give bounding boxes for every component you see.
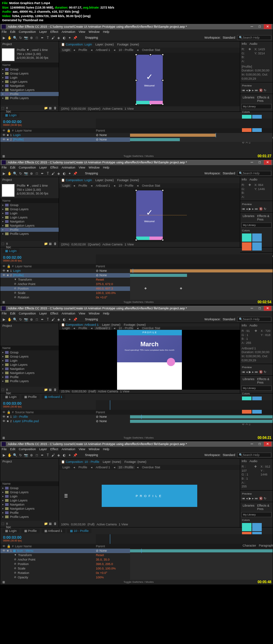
pen-tool-icon[interactable]: ✒ [40, 317, 45, 322]
clone-tool-icon[interactable]: ◈ [56, 317, 61, 322]
eraser-tool-icon[interactable]: ◐ [62, 171, 67, 176]
name-column-header[interactable]: Name [0, 198, 59, 203]
breadcrumb-item[interactable]: Overdue Stat [141, 326, 161, 330]
menu-file[interactable]: File [2, 447, 7, 451]
rotate-tool-icon[interactable]: ↻ [18, 317, 23, 322]
zoom-dropdown[interactable]: 23.5% [61, 390, 70, 393]
menu-help[interactable]: Help [103, 166, 110, 169]
breadcrumb-item[interactable]: Artboard 1 [95, 466, 112, 469]
selection-tool-icon[interactable]: ▶ [2, 171, 6, 176]
comp-tab-active[interactable]: 📋 Composition: Login [61, 178, 92, 182]
prop-row[interactable]: ⊘ Opacity100% [0, 575, 273, 580]
project-tab[interactable]: Project [0, 459, 59, 464]
prop-row-selected[interactable]: ⊘ Position460.0, 607.3◆◆ [0, 286, 273, 291]
view-dropdown[interactable]: 1 View [125, 243, 134, 246]
menu-view[interactable]: View [78, 447, 85, 451]
tree-item[interactable]: Group [0, 203, 59, 207]
canvas-login[interactable]: ✓ Welcome! [136, 190, 163, 240]
menu-view[interactable]: View [78, 312, 85, 315]
menu-animation[interactable]: Animation [61, 166, 75, 169]
composition-viewer[interactable]: ☰ PROFILE [59, 470, 240, 522]
prev-frame-icon[interactable]: ◂ [246, 370, 248, 374]
tree-item[interactable]: Profile Layers [0, 96, 59, 100]
shape-tool-icon[interactable]: □ [34, 171, 39, 176]
close-button[interactable]: ✕ [264, 24, 271, 29]
menu-effect[interactable]: Effect [51, 166, 58, 169]
workspace-dropdown[interactable]: Standard [222, 453, 235, 457]
timeline-tab[interactable]: ▦ Profile [21, 528, 40, 533]
prev-frame-icon[interactable]: ◂ [246, 207, 248, 211]
tree-item[interactable]: Group Layers [0, 207, 59, 211]
quality-dropdown[interactable]: (Quarter) [88, 243, 101, 246]
zoom-tool-icon[interactable]: 🔍 [13, 35, 17, 40]
toggle-switches[interactable]: Toggle Switches / Modes [124, 436, 154, 439]
breadcrumb-item[interactable]: Login [61, 466, 71, 469]
clone-tool-icon[interactable]: ◈ [56, 453, 61, 457]
brush-tool-icon[interactable]: 🖌 [51, 171, 56, 176]
hand-tool-icon[interactable]: ✋ [7, 317, 12, 322]
maximize-button[interactable]: □ [256, 442, 263, 446]
menu-window[interactable]: Window [89, 166, 100, 169]
prop-row[interactable]: ⊘ Anchor Point375.0, 672.0 [0, 282, 273, 286]
first-frame-icon[interactable]: ⏮ [242, 497, 245, 500]
pan-behind-tool-icon[interactable]: ⊕ [29, 317, 34, 322]
camera-dropdown[interactable]: Active Camera [98, 390, 118, 393]
timeline-tab-active[interactable]: ▦ Artboard 1 [42, 394, 65, 399]
search-help-input[interactable]: 🔍 Search Help [237, 317, 271, 322]
interpret-icon[interactable]: ⬚ [1, 106, 5, 110]
rotate-tool-icon[interactable]: ↻ [18, 171, 23, 176]
zoom-tool-icon[interactable]: 🔍 [13, 317, 17, 322]
snapping-label[interactable]: Snapping [85, 36, 98, 39]
menu-effect[interactable]: Effect [51, 447, 58, 451]
play-icon[interactable]: ▶ [249, 89, 251, 92]
menu-animation[interactable]: Animation [61, 447, 75, 451]
new-comp-icon[interactable]: ▦ [49, 242, 53, 246]
toggle-switches[interactable]: Toggle Switches / Modes [124, 580, 154, 583]
menu-effect[interactable]: Effect [51, 30, 58, 33]
breadcrumb-item[interactable]: Profile [77, 326, 89, 330]
text-tool-icon[interactable]: T [45, 35, 50, 40]
comp-tab-active[interactable]: 📋 Composition: Login [61, 43, 92, 46]
menu-composition[interactable]: Composition [19, 30, 36, 33]
last-frame-icon[interactable]: ⏭ [255, 207, 258, 211]
libraries-tab[interactable]: Libraries [243, 214, 255, 221]
mute-icon[interactable]: 🔇 [259, 207, 263, 211]
timecode[interactable]: 0:00:02:00 [3, 255, 93, 259]
toggle-icon[interactable]: ⊞ [2, 580, 5, 584]
footage-tab[interactable]: Footage: (none) [124, 323, 146, 326]
project-tab[interactable]: Project [0, 323, 59, 328]
quality-dropdown[interactable]: (Quarter) [88, 107, 101, 110]
timecode[interactable]: 0:00:02:00 [3, 120, 93, 124]
name-column-header[interactable]: Name [0, 346, 59, 350]
menu-layer[interactable]: Layer [39, 30, 47, 33]
tree-item-selected[interactable]: Profile [0, 92, 59, 96]
close-button[interactable]: ✕ [264, 442, 271, 446]
view-dropdown[interactable]: 1 View [120, 390, 129, 393]
play-icon[interactable]: ▶ [249, 370, 251, 374]
play-icon[interactable]: ▶ [249, 207, 251, 211]
effects-tab[interactable]: Effects & Pres [257, 214, 270, 221]
puppet-tool-icon[interactable]: 📌 [73, 453, 77, 457]
canvas-artboard[interactable]: P R O F I L E March Good spending! 75% m… [117, 330, 182, 390]
viewer-time[interactable]: 0;00;03;00 [71, 523, 86, 526]
comp-tab-active[interactable]: 📋 Composition: 10 - Profile [61, 460, 99, 464]
menu-animation[interactable]: Animation [61, 312, 75, 315]
eraser-tool-icon[interactable]: ◐ [62, 35, 67, 40]
new-folder-icon[interactable]: 📁 [44, 106, 48, 110]
puppet-tool-icon[interactable]: 📌 [73, 171, 77, 176]
timeline-tab[interactable]: ▦ Profile [21, 394, 40, 399]
tree-item[interactable]: Login [0, 359, 59, 363]
tree-item[interactable]: Profile Layers [0, 232, 59, 236]
titlebar[interactable]: Adobe After Effects CC 2015 - C:\udemy c… [0, 24, 273, 29]
tree-item[interactable]: Login Layers [0, 363, 59, 367]
tree-item-selected[interactable]: Profile [0, 228, 59, 232]
last-frame-icon[interactable]: ⏭ [255, 89, 258, 92]
pen-tool-icon[interactable]: ✒ [40, 453, 45, 457]
tree-item[interactable]: Login Layers [0, 80, 59, 84]
bpc-label[interactable]: 8 bpc [6, 388, 10, 392]
breadcrumb-item[interactable]: Login [61, 184, 71, 187]
selection-tool-icon[interactable]: ▶ [2, 35, 6, 40]
tree-item[interactable]: Group Layers [0, 71, 59, 76]
quality-dropdown[interactable]: (Half) [88, 390, 96, 393]
puppet-tool-icon[interactable]: 📌 [73, 317, 77, 322]
